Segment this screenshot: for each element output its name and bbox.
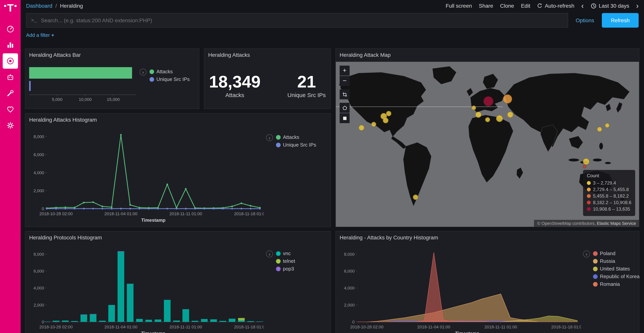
full-screen-button[interactable]: Full screen xyxy=(446,3,472,9)
legend-collapse-icon[interactable]: › xyxy=(140,69,146,76)
svg-text:2018-11-18 01:00: 2018-11-18 01:00 xyxy=(551,324,581,329)
map-polygon-tool-button[interactable] xyxy=(340,103,350,113)
sidebar-item-honeypot[interactable] xyxy=(3,70,18,85)
legend-item-unique-src-ips[interactable]: Unique Src IPs xyxy=(150,76,190,82)
svg-text:10,000: 10,000 xyxy=(79,97,92,102)
logo-letter: T xyxy=(7,3,14,13)
panel-heralding-protocols-histogram: Heralding Protocols Histogram 02,0004,00… xyxy=(25,231,331,333)
svg-text:4,000: 4,000 xyxy=(34,286,44,290)
attack-location-bubble[interactable] xyxy=(597,127,602,132)
legend-item-united-states[interactable]: United States xyxy=(593,266,640,272)
svg-text:2018-11-18 01:00: 2018-11-18 01:00 xyxy=(234,211,264,216)
sidebar-item-analytics[interactable] xyxy=(3,37,18,53)
attack-location-bubble[interactable] xyxy=(496,115,503,122)
search-input[interactable] xyxy=(41,17,563,24)
protocols-histogram-chart[interactable]: 02,0004,0006,0008,0002018-10-28 02:00201… xyxy=(29,246,264,333)
attack-location-bubble[interactable] xyxy=(413,194,418,200)
refresh-circle-icon xyxy=(537,3,542,9)
legend-item-attacks[interactable]: Attacks xyxy=(150,69,190,74)
time-range-button[interactable]: Last 30 days xyxy=(591,3,629,9)
metric-group: 18,349 Attacks 21 Unique Src IPs xyxy=(204,61,330,98)
legend-dot xyxy=(587,188,591,191)
share-button[interactable]: Share xyxy=(479,3,493,9)
map-fit-data-bounds-button[interactable] xyxy=(340,89,350,99)
attack-location-bubble[interactable] xyxy=(605,123,610,128)
country-histogram-chart[interactable]: 02,0004,0006,0008,0002018-10-28 02:00201… xyxy=(340,246,581,333)
legend-label: Unique Src IPs xyxy=(156,76,190,82)
gauge-icon xyxy=(6,25,14,33)
attacks-histogram-chart[interactable]: 02,0004,0006,0008,0002018-10-28 02:00201… xyxy=(29,128,264,225)
breadcrumb-separator: / xyxy=(56,3,57,9)
breadcrumb-dashboard-link[interactable]: Dashboard xyxy=(26,3,52,9)
refresh-button[interactable]: Refresh xyxy=(602,13,639,28)
sidebar-item-gauge[interactable] xyxy=(3,21,18,37)
legend-label: United States xyxy=(600,266,630,272)
sidebar-item-dashboards-active[interactable] xyxy=(3,53,18,69)
attack-location-bubble[interactable] xyxy=(484,96,493,106)
country-legend: › Poland Russia United States xyxy=(583,250,640,289)
legend-collapse-icon[interactable]: › xyxy=(266,134,273,141)
search-options-link[interactable]: Options xyxy=(568,13,602,28)
attacks-bar-chart[interactable]: 5,00010,00015,000 xyxy=(28,65,137,106)
svg-text:6,000: 6,000 xyxy=(344,269,354,273)
attack-location-bubble[interactable] xyxy=(485,117,490,122)
sidebar-item-tools[interactable] xyxy=(3,86,18,101)
legend-item-vnc[interactable]: vnc xyxy=(276,250,295,256)
telekom-logo[interactable]: T xyxy=(4,3,16,13)
svg-text:8,000: 8,000 xyxy=(344,252,354,257)
svg-text:0: 0 xyxy=(42,319,44,324)
legend-item-poland[interactable]: Poland xyxy=(593,250,640,256)
sidebar-item-settings[interactable] xyxy=(3,118,18,133)
svg-text:2018-10-28 02:00: 2018-10-28 02:00 xyxy=(350,324,384,329)
edit-button[interactable]: Edit xyxy=(521,3,530,9)
legend-item-republic-of-korea[interactable]: Republic of Korea xyxy=(593,273,640,279)
time-back-chevron[interactable]: ‹ xyxy=(581,2,584,10)
map-zoom-in-button[interactable]: + xyxy=(340,66,350,76)
sidebar-item-health[interactable] xyxy=(3,102,18,117)
legend-item-unique-src-ips[interactable]: Unique Src IPs xyxy=(276,142,316,148)
svg-text:Timestamp: Timestamp xyxy=(141,217,166,223)
attack-location-bubble[interactable] xyxy=(583,165,586,168)
legend-item-romania[interactable]: Romania xyxy=(593,281,640,287)
map-rectangle-tool-button[interactable] xyxy=(340,113,350,123)
breadcrumb-current: Heralding xyxy=(60,3,83,9)
auto-refresh-button[interactable]: Auto-refresh xyxy=(537,3,574,9)
elastic-maps-service-link[interactable]: Elastic Maps Service xyxy=(597,221,636,226)
map-legend-row: 3 – 2,729.4 xyxy=(587,180,631,186)
add-filter-button[interactable]: Add a filter + xyxy=(26,32,54,38)
legend-item-attacks[interactable]: Attacks xyxy=(276,134,316,140)
attack-map-area[interactable]: + − xyxy=(336,62,639,227)
map-zoom-out-button[interactable]: − xyxy=(340,76,350,86)
attack-location-bubble[interactable] xyxy=(475,111,482,118)
attack-location-bubble[interactable] xyxy=(386,111,391,116)
panel-heralding-attacks-metric: Heralding Attacks 18,349 Attacks 21 Uniq… xyxy=(204,48,331,109)
legend-item-pop3[interactable]: pop3 xyxy=(276,266,295,272)
attack-location-bubble[interactable] xyxy=(371,122,376,127)
clone-button[interactable]: Clone xyxy=(500,3,514,9)
attack-location-bubble[interactable] xyxy=(583,158,589,165)
svg-text:2,000: 2,000 xyxy=(34,188,44,193)
osm-attribution: © OpenStreetMap contributors, xyxy=(537,221,596,226)
svg-text:5,000: 5,000 xyxy=(52,97,62,102)
attack-location-bubble[interactable] xyxy=(503,94,512,104)
legend-item-telnet[interactable]: telnet xyxy=(276,258,295,264)
attacks-bar-legend: › Attacks Unique Src IPs xyxy=(140,69,190,84)
wrench-icon xyxy=(6,89,14,97)
attack-location-bubble[interactable] xyxy=(382,117,388,123)
legend-item-russia[interactable]: Russia xyxy=(593,258,640,264)
attack-location-bubble[interactable] xyxy=(507,111,513,118)
svg-text:8,000: 8,000 xyxy=(34,134,44,139)
legend-collapse-icon[interactable]: › xyxy=(583,250,590,257)
legend-label: Unique Src IPs xyxy=(283,142,316,148)
svg-text:2018-10-28 02:00: 2018-10-28 02:00 xyxy=(39,324,73,329)
legend-dot xyxy=(587,181,591,185)
attack-location-bubble[interactable] xyxy=(358,125,364,131)
time-forward-chevron[interactable]: › xyxy=(636,2,639,10)
legend-dot xyxy=(587,194,591,198)
legend-label: 2,729.4 – 5,455.8 xyxy=(593,187,629,192)
svg-text:0: 0 xyxy=(352,319,354,324)
legend-label: Republic of Korea xyxy=(600,273,640,279)
pentagon-icon xyxy=(342,105,348,111)
legend-collapse-icon[interactable]: › xyxy=(266,250,273,257)
attack-location-bubble[interactable] xyxy=(472,106,476,110)
